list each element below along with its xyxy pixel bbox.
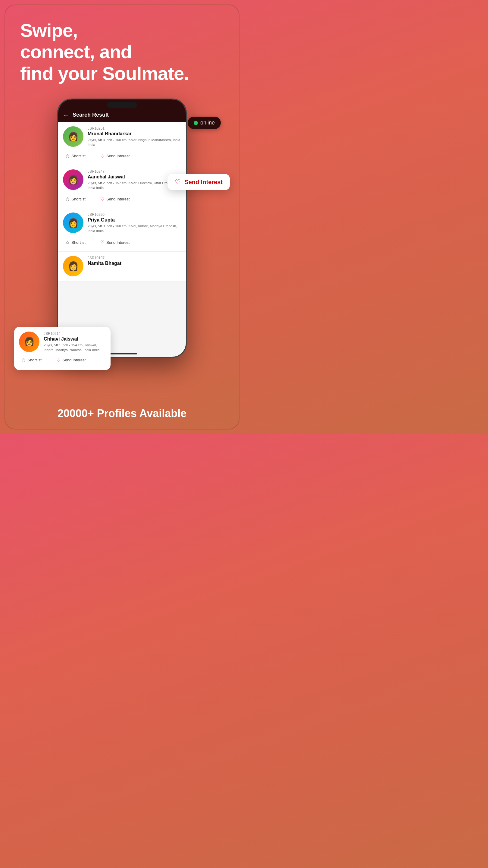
floating-avatar: 👩: [19, 332, 39, 352]
profile-details-2: 28yrs, 5ft 2 inch - 157 cm, Kalar, Luckn…: [88, 181, 181, 190]
profile-name-3: Priya Gupta: [88, 217, 181, 223]
phone-notch: [107, 102, 137, 108]
headline-text: Swipe, connect, and find your Soulmate.: [20, 20, 224, 84]
send-interest-btn-3[interactable]: ♡ Send Interest: [98, 239, 132, 247]
profile-info-1: JSR10251 Mrunal Bhandarkar 24yrs, 5ft 3 …: [88, 126, 181, 147]
floating-shortlist-btn[interactable]: ☆ Shortlist: [19, 356, 44, 364]
floating-profile-name: Chhavi Jaiswal: [44, 336, 106, 342]
phone-button-left-1: [57, 138, 58, 149]
profile-actions-3: ☆ Shortlist ♡ Send Interest: [63, 237, 181, 250]
popup-send-interest-text: Send Interest: [184, 179, 223, 186]
shortlist-btn-2[interactable]: ☆ Shortlist: [63, 195, 88, 203]
phone-button-left-3: [57, 174, 58, 191]
floating-profile-details: 25yrs, 5ft 1 inch - 154 cm, Jaiswal, Ind…: [44, 343, 106, 352]
heart-icon-1: ♡: [100, 153, 104, 159]
phone-screen: ← Search Result 👩 JSR10251 Mruna: [58, 99, 186, 357]
profile-name-5: Namita Bhagat: [88, 261, 121, 266]
heart-icon-2: ♡: [100, 196, 104, 202]
profile-details-1: 24yrs, 5ft 3 inch - 160 cm, Kalar, Nagpu…: [88, 137, 181, 147]
floating-profile-card[interactable]: 👩 JSR10214 Chhavi Jaiswal 25yrs, 5ft 1 i…: [14, 327, 110, 370]
footer-text: 20000+ Profiles Available: [5, 407, 239, 420]
profile-name-2: Aanchal Jaiswal: [88, 174, 181, 180]
profile-id-2: JSR10247: [88, 169, 181, 174]
avatar-5: 👩: [63, 256, 84, 276]
screen-title: Search Result: [73, 112, 109, 118]
floating-profile-info: JSR10214 Chhavi Jaiswal 25yrs, 5ft 1 inc…: [44, 332, 106, 352]
heart-icon-3: ♡: [100, 240, 104, 245]
avatar-1: 👩: [63, 126, 84, 147]
profile-id-5: JSR10197: [88, 256, 121, 260]
outer-card: Swipe, connect, and find your Soulmate. …: [4, 4, 239, 430]
avatar-3: 👩: [63, 213, 84, 233]
floating-send-interest-btn[interactable]: ♡ Send Interest: [54, 356, 88, 364]
profile-actions-1: ☆ Shortlist ♡ Send Interest: [63, 150, 181, 163]
shortlist-btn-3[interactable]: ☆ Shortlist: [63, 239, 88, 247]
footer-section: 20000+ Profiles Available: [5, 407, 239, 420]
phone-button-left-2: [57, 154, 58, 170]
online-badge: online: [188, 117, 221, 129]
send-interest-btn-1[interactable]: ♡ Send Interest: [98, 152, 132, 160]
phone-mockup: ← Search Result 👩 JSR10251 Mruna: [57, 98, 187, 358]
floating-profile-actions: ☆ Shortlist ♡ Send Interest: [19, 355, 106, 365]
action-divider-3: [93, 239, 93, 245]
profile-info-2: JSR10247 Aanchal Jaiswal 28yrs, 5ft 2 in…: [88, 169, 181, 190]
profile-name-1: Mrunal Bhandarkar: [88, 131, 181, 136]
profile-item-5[interactable]: 👩 JSR10197 Namita Bhagat: [58, 252, 186, 281]
profile-info-5: JSR10197 Namita Bhagat: [88, 256, 121, 267]
online-indicator: [194, 121, 198, 125]
star-icon-1: ☆: [65, 153, 70, 159]
phone-shell: ← Search Result 👩 JSR10251 Mruna: [57, 98, 187, 358]
star-icon-2: ☆: [65, 196, 70, 202]
floating-action-divider: [49, 357, 49, 363]
profile-id-3: JSR10220: [88, 213, 181, 217]
headline-section: Swipe, connect, and find your Soulmate.: [5, 5, 239, 91]
back-button[interactable]: ←: [63, 112, 69, 119]
home-indicator: [107, 353, 137, 354]
profile-details-3: 26yrs, 5ft 3 inch - 160 cm, Kalal, Indor…: [88, 224, 181, 233]
floating-star-icon: ☆: [22, 357, 26, 363]
popup-heart-icon: ♡: [175, 178, 181, 186]
online-text: online: [200, 120, 215, 126]
profile-list: 👩 JSR10251 Mrunal Bhandarkar 24yrs, 5ft …: [58, 122, 186, 281]
profile-info-3: JSR10220 Priya Gupta 26yrs, 5ft 3 inch -…: [88, 213, 181, 233]
profile-item-1[interactable]: 👩 JSR10251 Mrunal Bhandarkar 24yrs, 5ft …: [58, 122, 186, 165]
send-interest-popup[interactable]: ♡ Send Interest: [167, 174, 230, 190]
profile-id-1: JSR10251: [88, 126, 181, 130]
floating-heart-icon: ♡: [56, 357, 61, 363]
action-divider-1: [93, 153, 93, 159]
app-header: ← Search Result: [58, 108, 186, 122]
avatar-2: 👩: [63, 169, 84, 190]
star-icon-3: ☆: [65, 240, 70, 245]
shortlist-btn-1[interactable]: ☆ Shortlist: [63, 152, 88, 160]
profile-item-3[interactable]: 👩 JSR10220 Priya Gupta 26yrs, 5ft 3 inch…: [58, 208, 186, 251]
action-divider-2: [93, 196, 93, 202]
profile-item-2[interactable]: 👩 JSR10247 Aanchal Jaiswal 28yrs, 5ft 2 …: [58, 165, 186, 208]
floating-profile-id: JSR10214: [44, 332, 106, 336]
profile-actions-2: ☆ Shortlist ♡ Send Interest: [63, 193, 181, 206]
send-interest-btn-2[interactable]: ♡ Send Interest: [98, 195, 132, 203]
phone-button-right: [186, 148, 187, 166]
